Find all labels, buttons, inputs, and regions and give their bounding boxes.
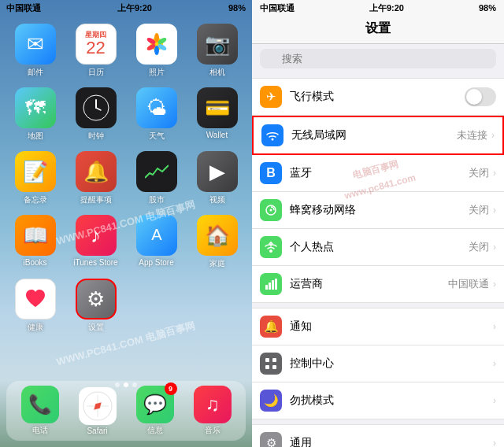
messages-badge: 9 — [165, 382, 177, 395]
settings-dnd[interactable]: 🌙 勿扰模式 › — [252, 382, 504, 419]
app-calendar[interactable]: 星期四 22 日历 — [70, 24, 121, 78]
general-label: 通用 — [290, 436, 493, 447]
search-wrapper: 🔍 — [260, 49, 496, 68]
home-icon: 🏠 — [197, 215, 238, 256]
phone-icon: 📞 — [21, 386, 59, 423]
dock-phone[interactable]: 📞 电话 — [21, 386, 59, 436]
settings-airplane[interactable]: ✈ 飞行模式 — [252, 78, 504, 116]
app-maps-label: 地图 — [28, 131, 43, 142]
dock-safari-label: Safari — [87, 427, 107, 435]
maps-icon: 🗺 — [15, 87, 56, 128]
app-appstore[interactable]: A App Store — [131, 215, 182, 269]
app-mail[interactable]: ✉ 邮件 — [9, 24, 61, 78]
right-status-bar: 中国联通 上午9:20 98% — [252, 0, 504, 16]
app-calendar-label: 日历 — [88, 67, 104, 78]
dock: 📞 电话 Safari 💬 9 信息 — [6, 381, 246, 441]
settings-hotspot[interactable]: 个人热点 关闭 › — [252, 229, 504, 266]
settings-title: 设置 — [252, 16, 504, 44]
dnd-icon: 🌙 — [260, 390, 282, 412]
app-clock[interactable]: 时钟 — [70, 87, 121, 142]
app-camera[interactable]: 📷 相机 — [191, 24, 243, 78]
general-icon: ⚙ — [260, 432, 282, 447]
settings-icon: ⚙ — [76, 279, 117, 320]
left-status-bar: 中国联通 上午9:20 98% — [0, 0, 252, 16]
wifi-value: 未连接 — [457, 128, 487, 142]
general-chevron: › — [493, 438, 496, 447]
bluetooth-value: 关闭 — [469, 166, 489, 180]
app-notes[interactable]: 📝 备忘录 — [9, 151, 61, 205]
app-mail-label: 邮件 — [28, 67, 43, 78]
videos-icon: ▶ — [197, 151, 238, 192]
settings-bluetooth[interactable]: B 蓝牙 关闭 › — [252, 155, 504, 192]
app-grid: ✉ 邮件 星期四 22 日历 照片 — [0, 17, 252, 339]
app-stocks-label: 股市 — [149, 194, 165, 205]
svg-rect-30 — [265, 365, 269, 369]
settings-wifi[interactable]: 无线局域网 未连接 › — [252, 116, 504, 155]
svg-point-20 — [269, 249, 272, 253]
right-panel: 中国联通 上午9:20 98% 设置 🔍 电脑百事网www.pc841.com … — [252, 0, 504, 447]
settings-general[interactable]: ⚙ 通用 › — [252, 424, 504, 447]
app-clock-label: 时钟 — [88, 131, 104, 142]
app-photos[interactable]: 照片 — [131, 24, 182, 78]
dock-safari[interactable]: Safari — [79, 387, 117, 435]
app-itunes[interactable]: ♪ iTunes Store — [70, 215, 121, 269]
reminders-icon: 🔔 — [76, 151, 117, 192]
app-health[interactable]: 健康 — [9, 279, 61, 333]
dock-music[interactable]: ♫ 音乐 — [194, 386, 232, 436]
ibooks-icon: 📖 — [15, 215, 56, 256]
svg-point-17 — [272, 139, 274, 141]
svg-point-19 — [270, 209, 272, 212]
app-camera-label: 相机 — [209, 67, 225, 78]
dock-phone-label: 电话 — [32, 425, 48, 436]
control-center-label: 控制中心 — [290, 356, 493, 371]
hotspot-value: 关闭 — [469, 240, 489, 254]
carrier-value: 中国联通 — [448, 277, 489, 291]
itunes-icon: ♪ — [76, 215, 117, 256]
right-battery: 98% — [479, 3, 496, 13]
carrier-icon — [260, 273, 282, 295]
app-reminders[interactable]: 🔔 提醒事项 — [70, 151, 121, 205]
dock-messages[interactable]: 💬 9 信息 — [136, 386, 174, 436]
svg-rect-26 — [272, 280, 274, 290]
app-ibooks-label: iBooks — [23, 258, 46, 267]
app-ibooks[interactable]: 📖 iBooks — [9, 215, 61, 269]
search-bar: 🔍 — [252, 44, 504, 73]
app-stocks[interactable]: 股市 — [131, 151, 182, 205]
right-carrier: 中国联通 — [260, 2, 295, 14]
app-home[interactable]: 🏠 家庭 — [191, 215, 243, 269]
app-maps[interactable]: 🗺 地图 — [9, 87, 61, 142]
settings-notifications[interactable]: 🔔 通知 › — [252, 308, 504, 345]
wifi-label: 无线局域网 — [291, 128, 457, 142]
svg-rect-25 — [269, 283, 271, 290]
settings-control-center[interactable]: 控制中心 › — [252, 345, 504, 382]
health-icon — [15, 279, 56, 320]
cellular-icon — [260, 199, 282, 221]
notification-icon: 🔔 — [260, 316, 282, 338]
dock-music-label: 音乐 — [205, 425, 220, 436]
clock-icon — [76, 87, 117, 128]
left-battery: 98% — [228, 3, 246, 13]
right-time: 上午9:20 — [369, 2, 404, 14]
app-weather-label: 天气 — [149, 131, 165, 142]
airplane-toggle[interactable] — [465, 87, 496, 106]
svg-text:A: A — [151, 226, 162, 243]
control-center-icon — [260, 353, 282, 375]
cellular-chevron: › — [493, 205, 496, 216]
app-notes-label: 备忘录 — [24, 194, 47, 205]
airplane-icon: ✈ — [260, 86, 282, 108]
hotspot-chevron: › — [493, 242, 496, 253]
notes-icon: 📝 — [15, 151, 56, 192]
search-input[interactable] — [260, 49, 496, 68]
settings-cellular[interactable]: 蜂窝移动网络 关闭 › — [252, 192, 504, 229]
app-photos-label: 照片 — [149, 67, 165, 78]
app-videos[interactable]: ▶ 视频 — [191, 151, 243, 205]
app-settings-label: 设置 — [88, 322, 104, 333]
app-weather[interactable]: 🌤 天气 — [131, 87, 182, 142]
music-icon: ♫ — [194, 386, 232, 423]
app-wallet[interactable]: 💳 Wallet — [191, 87, 243, 142]
notification-label: 通知 — [290, 320, 493, 334]
app-settings[interactable]: ⚙ 设置 — [70, 279, 121, 333]
settings-section-2: 🔔 通知 › 控制中心 › 🌙 勿扰模式 › — [252, 308, 504, 419]
settings-carrier[interactable]: 运营商 中国联通 › — [252, 266, 504, 303]
weather-icon: 🌤 — [136, 87, 177, 128]
